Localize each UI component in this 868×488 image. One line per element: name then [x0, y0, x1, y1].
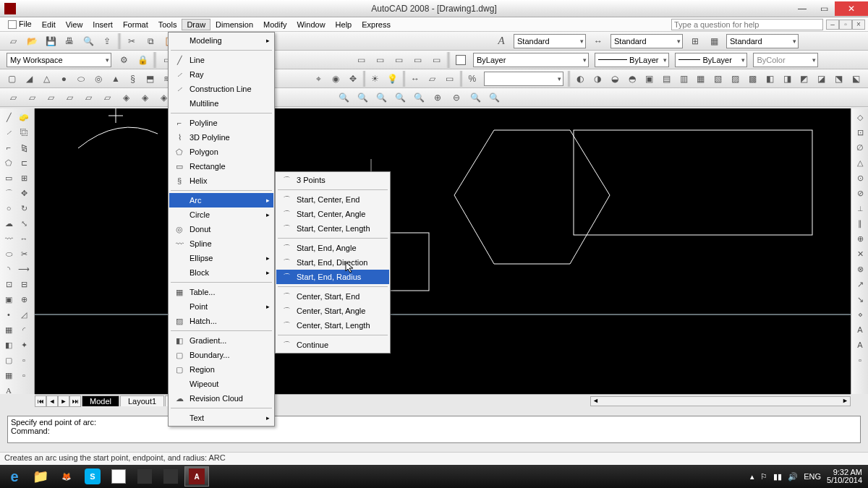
osnap-icon[interactable]: ⊘: [853, 186, 867, 200]
revcloud-icon[interactable]: ☁: [1, 216, 16, 231]
solid-extrude-icon[interactable]: ⬒: [142, 71, 158, 87]
tab-model[interactable]: Model: [82, 395, 119, 406]
osnap-icon[interactable]: ⊕: [853, 231, 867, 246]
doc-close-button[interactable]: ×: [852, 20, 865, 30]
qcalc-icon[interactable]: ▭: [442, 71, 458, 87]
command-window[interactable]: Specify end point of arc: Command:: [7, 416, 861, 443]
explorer-icon[interactable]: 📁: [28, 466, 53, 487]
ucs-icon[interactable]: ⌖: [310, 71, 326, 87]
modify-icon[interactable]: ▤: [658, 71, 674, 87]
mtext-icon[interactable]: A: [1, 383, 16, 398]
osnap-icon[interactable]: ▫: [853, 353, 867, 367]
tool-icon[interactable]: ▭: [371, 52, 388, 68]
zoom-scale-icon[interactable]: 🔍: [391, 90, 409, 106]
draw-3dpolyline[interactable]: ⌇3D Polyline: [169, 130, 273, 145]
scale-combo[interactable]: [484, 72, 563, 86]
explode-icon[interactable]: ✦: [17, 338, 31, 352]
solid-cylinder-icon[interactable]: ⬭: [73, 71, 89, 87]
lineweight-combo[interactable]: ByLayer: [675, 53, 747, 67]
text-style-combo[interactable]: Standard: [514, 34, 586, 48]
draw-helix[interactable]: §Helix: [169, 174, 273, 188]
draw-multiline[interactable]: Multiline: [169, 96, 273, 111]
modify-icon[interactable]: ▥: [676, 71, 692, 87]
dim-style-combo[interactable]: Standard: [610, 34, 683, 48]
osnap-icon[interactable]: ↘: [853, 292, 867, 307]
arc-sed[interactable]: ⌒Start, End, Direction: [276, 255, 389, 270]
trim-icon[interactable]: ✂: [17, 247, 31, 261]
minimize-button[interactable]: —: [791, 1, 813, 16]
draw-wipeout[interactable]: Wipeout: [169, 377, 273, 391]
3d-orbit-icon[interactable]: ◉: [328, 71, 344, 87]
draw-block[interactable]: Block: [169, 265, 273, 280]
menu-edit[interactable]: Edit: [37, 19, 61, 30]
draw-hatch[interactable]: ▨Hatch...: [169, 314, 273, 328]
draw-donut[interactable]: ◎Donut: [169, 222, 273, 236]
app1-icon[interactable]: [106, 466, 131, 487]
modify-icon[interactable]: ▧: [710, 71, 726, 87]
copy-icon[interactable]: ⧉: [142, 33, 159, 49]
modify-icon[interactable]: ▣: [641, 71, 657, 87]
draw-gradient[interactable]: ◧Gradient...: [169, 333, 273, 348]
modify-icon[interactable]: ◑: [590, 71, 605, 87]
workspace-settings-icon[interactable]: ⚙: [115, 52, 132, 68]
modify-icon[interactable]: ◒: [607, 71, 623, 87]
cline-icon[interactable]: ⟋: [1, 125, 16, 140]
publish-icon[interactable]: ⇪: [98, 33, 116, 49]
scale-icon[interactable]: ⤡: [17, 216, 31, 231]
stretch-icon[interactable]: ↔: [17, 231, 31, 246]
osnap-icon[interactable]: ◇: [853, 110, 867, 124]
zoom-extents-icon[interactable]: 🔍: [485, 90, 503, 106]
ie-icon[interactable]: e: [2, 466, 27, 487]
ellipse-arc-icon[interactable]: ◝: [1, 262, 16, 276]
modify-icon[interactable]: ⬔: [831, 71, 847, 87]
tool-icon[interactable]: ▭: [352, 52, 370, 68]
block-make-icon[interactable]: ▣: [1, 292, 16, 307]
dim-tool-icon[interactable]: ⊞: [686, 33, 704, 49]
draw-point[interactable]: Point: [169, 299, 273, 314]
osnap-icon[interactable]: ∅: [853, 140, 867, 155]
move-icon[interactable]: ✥: [17, 186, 31, 200]
osnap-icon[interactable]: ✕: [853, 247, 867, 261]
spline-icon[interactable]: 〰: [1, 231, 16, 246]
plot-style-combo[interactable]: ByColor: [753, 53, 818, 67]
workspace-combo[interactable]: My Workspace: [7, 53, 111, 67]
modify-icon[interactable]: ◩: [796, 71, 812, 87]
copy-icon[interactable]: ⿻: [17, 125, 31, 140]
menu-modify[interactable]: Modify: [258, 19, 292, 30]
text-style-icon[interactable]: A: [493, 33, 510, 49]
break-icon[interactable]: ⊟: [17, 277, 31, 291]
view-icon[interactable]: ▱: [80, 90, 97, 106]
modify-icon[interactable]: ▩: [744, 71, 760, 87]
zoom-window-icon[interactable]: 🔍: [354, 90, 371, 106]
gradient-icon[interactable]: ◧: [1, 338, 16, 352]
draw-cline[interactable]: ⟋Construction Line: [169, 82, 273, 96]
tool-icon[interactable]: ▫: [17, 368, 31, 382]
draw-revcloud[interactable]: ☁Revision Cloud: [169, 391, 273, 406]
draw-text[interactable]: Text: [169, 411, 273, 425]
arc-csa[interactable]: ⌒Center, Start, Angle: [276, 304, 389, 318]
preview-icon[interactable]: 🔍: [80, 33, 97, 49]
3d-pan-icon[interactable]: ✥: [345, 71, 361, 87]
osnap-icon[interactable]: ⊙: [853, 171, 867, 185]
arc-csl[interactable]: ⌒Center, Start, Length: [276, 318, 389, 333]
view-icon[interactable]: ▱: [42, 90, 59, 106]
point-icon[interactable]: •: [1, 307, 16, 322]
volume-icon[interactable]: 🔊: [788, 472, 798, 481]
solid-sphere-icon[interactable]: ●: [56, 71, 72, 87]
draw-circle[interactable]: Circle: [169, 207, 273, 222]
zoom-out-icon[interactable]: ⊖: [448, 90, 465, 106]
close-button[interactable]: ✕: [835, 1, 868, 16]
draw-spline[interactable]: 〰Spline: [169, 236, 273, 251]
table-style-icon[interactable]: ▦: [705, 33, 723, 49]
app2-icon[interactable]: [132, 466, 157, 487]
arc-sce[interactable]: ⌒Start, Center, End: [276, 192, 389, 207]
view-icon[interactable]: ◈: [136, 90, 153, 106]
arc-sca[interactable]: ⌒Start, Center, Angle: [276, 207, 389, 221]
osnap-icon[interactable]: △: [853, 155, 867, 170]
fillet-icon[interactable]: ◜: [17, 322, 31, 337]
zoom-dynamic-icon[interactable]: 🔍: [373, 90, 390, 106]
menu-express[interactable]: Express: [357, 19, 396, 30]
arc-continue[interactable]: ⌒Continue: [276, 338, 389, 352]
view-icon[interactable]: ▱: [23, 90, 41, 106]
draw-region[interactable]: ▢Region: [169, 362, 273, 377]
